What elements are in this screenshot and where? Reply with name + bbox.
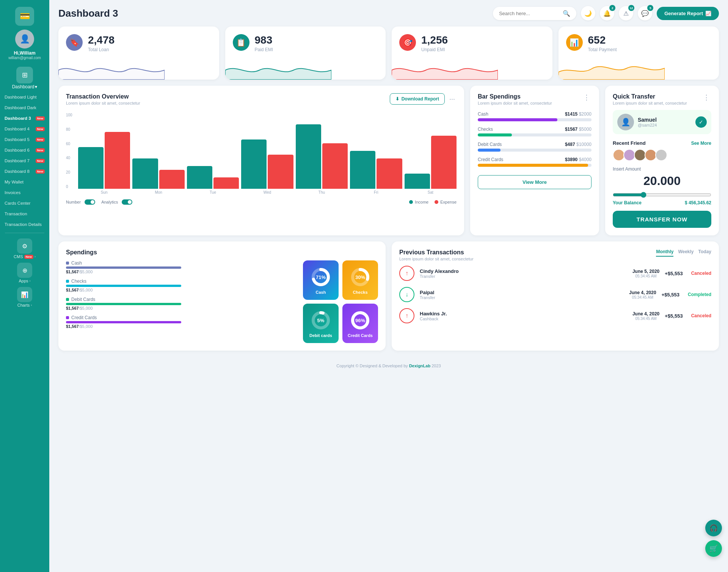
cms-icon[interactable]: ⚙ [17,238,32,254]
cms-label[interactable]: CMS New › [14,254,36,259]
sidebar-item-dashboard-6[interactable]: Dashboard 6 New [0,145,49,155]
dashboard-menu-label[interactable]: Dashboard ▾ [12,84,38,89]
total-loan-value: 2,478 [88,34,115,46]
sidebar-item-dashboard-5[interactable]: Dashboard 5 New [0,134,49,145]
floating-buttons: 🎧 🛒 [705,520,722,557]
apps-icon[interactable]: ⊕ [17,263,32,278]
tab-weekly[interactable]: Weekly [678,249,693,257]
sidebar-divider [5,233,44,233]
sidebar-item-dashboard-dark[interactable]: Dashboard Dark [0,102,49,113]
view-more-button[interactable]: View More [478,175,592,189]
sidebar-item-transaction-details[interactable]: Transaction Details [0,219,49,230]
bottom-section: Spendings Cash $1,567/$5,000 Checks $1,5… [49,241,728,360]
balance-row: Your Balance $ 456,345.62 [613,200,711,205]
transaction-list: ↑ Cindy Alexandro Transfer June 5, 2020 … [399,266,711,323]
bar-mon-teal [132,158,158,189]
unpaid-emi-label: Unpaid EMI [421,47,448,52]
charts-icon[interactable]: 📊 [17,287,32,302]
bar-fri-red [377,158,402,189]
sidebar-logo[interactable]: 💳 [15,7,34,26]
total-payment-label: Total Payment [588,47,617,52]
sidebar-item-dashboard-8[interactable]: Dashboard 8 New [0,166,49,177]
txn-icon-1: ↑ [399,266,414,281]
quick-transfer-subtitle: Lorem ipsum dolor sit amet, consectetur [613,101,687,105]
more-options-button[interactable]: ··· [448,95,457,103]
quick-transfer-more-button[interactable]: ⋮ [701,93,711,102]
alert-icon: ⚠ [623,10,629,17]
spending-row-checks: Checks $1567 $5000 [478,127,592,136]
transaction-overview-header: Transaction Overview Lorem ipsum dolor s… [66,93,457,105]
chevron-right-icon: › [31,303,32,307]
bar-spendings-card: Bar Spendings Lorem ipsum dolor sit amet… [470,86,599,235]
quick-transfer-title: Quick Transfer [613,93,687,100]
spendings-list: Cash $1,567/$5,000 Checks $1,567/$5,000 … [66,260,297,343]
unpaid-emi-icon: 🎯 [399,34,416,51]
previous-transactions-header: Previous Transactions Lorem ipsum dolor … [399,249,711,261]
paid-emi-label: Paid EMI [255,47,273,52]
sidebar-item-cards-center[interactable]: Cards Center [0,198,49,208]
stat-card-total-loan: 🔖 2,478 Total Loan [58,27,219,80]
stat-card-unpaid-emi: 🎯 1,256 Unpaid EMI [392,27,552,80]
donut-checks: 30% Checks [342,260,378,300]
float-cart-button[interactable]: 🛒 [705,540,722,557]
sidebar-item-dashboard-7[interactable]: Dashboard 7 New [0,155,49,166]
bar-chart-icon: 📈 [705,11,711,16]
sidebar-item-dashboard-3[interactable]: Dashboard 3 New [0,113,49,124]
float-support-button[interactable]: 🎧 [705,520,722,536]
spending-item-checks: Checks $1,567/$5,000 [66,279,297,292]
sidebar-item-dashboard-4[interactable]: Dashboard 4 New [0,124,49,134]
footer-brand-link[interactable]: DexignLab [409,364,430,368]
amount-slider[interactable] [613,192,711,198]
transfer-user-name: Samuel [638,117,657,123]
number-toggle[interactable] [85,199,95,205]
sidebar-item-dashboard-light[interactable]: Dashboard Light [0,92,49,102]
main-content: Dashboard 3 🔍 🌙 🔔 2 ⚠ 12 💬 5 Gene [49,0,728,572]
see-more-link[interactable]: See More [691,141,711,146]
bar-wed-teal [241,139,267,189]
dashboard-icon[interactable]: ⊞ [16,67,33,83]
total-loan-label: Total Loan [88,47,115,52]
transfer-now-button[interactable]: TRANSFER NOW [613,211,711,228]
wallet-icon: 💳 [20,11,30,21]
apps-label[interactable]: Apps › [19,279,30,283]
analytics-toggle[interactable] [122,199,132,205]
paid-emi-value: 983 [255,34,273,46]
donut-cash: 71% Cash [303,260,339,300]
sidebar-user: 👤 Hi,William william@gmail.com [8,30,41,60]
badge-new: New [36,148,45,152]
tab-today[interactable]: Today [698,249,711,257]
chat-btn[interactable]: 💬 5 [638,6,652,20]
search-input[interactable] [499,11,560,16]
bar-spendings-subtitle: Lorem ipsum dolor sit amet, consectetur [478,101,552,105]
txn-icon-3: ↑ [399,308,414,323]
dark-mode-btn[interactable]: 🌙 [581,6,595,20]
badge-new: New [36,116,45,121]
friend-avatar-5[interactable] [655,149,667,161]
spendings-title: Spendings [66,249,378,256]
download-report-button[interactable]: ⬇ Download Report [390,93,445,105]
notifications-btn[interactable]: 🔔 2 [600,6,614,20]
donut-debit: 5% Debit cards [303,304,339,343]
legend-expense: Expense [435,200,457,204]
bell-icon: 🔔 [603,10,611,17]
spendings-card: Spendings Cash $1,567/$5,000 Checks $1,5… [58,241,386,351]
chat-badge: 5 [647,5,653,11]
txn-icon-2: ↓ [399,287,414,302]
unpaid-emi-value: 1,256 [421,34,448,46]
sidebar-item-wallet[interactable]: My Wallet [0,177,49,187]
charts-label[interactable]: Charts › [17,303,32,307]
transaction-item-2: ↓ Paipal Transfer June 4, 2020 05:34:45 … [399,287,711,302]
alerts-btn[interactable]: ⚠ 12 [619,6,633,20]
search-box[interactable]: 🔍 [493,7,576,20]
transaction-item-1: ↑ Cindy Alexandro Transfer June 5, 2020 … [399,266,711,281]
sidebar-item-invoices[interactable]: Invoices [0,187,49,198]
recent-friend-header: Recent Friend See More [613,140,711,146]
transaction-tabs: Monthly Weekly Today [656,249,711,257]
chevron-right-icon: › [30,279,31,283]
friend-avatars [613,149,711,161]
sidebar-item-transaction[interactable]: Transaction [0,208,49,219]
bar-spendings-more-button[interactable]: ⋮ [582,93,592,102]
transaction-overview-title: Transaction Overview [66,93,140,100]
generate-report-button[interactable]: Generate Report 📈 [657,7,719,20]
tab-monthly[interactable]: Monthly [656,249,673,257]
